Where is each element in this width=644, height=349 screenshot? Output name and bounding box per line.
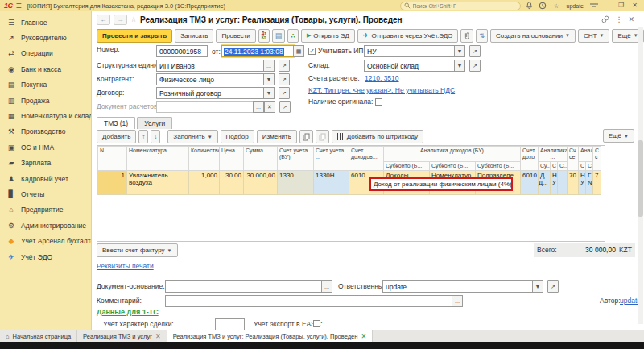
col-sub1[interactable]: Субконто (Б... xyxy=(384,162,430,171)
ipn-open-icon[interactable]: ↗ xyxy=(469,45,481,57)
maximize-button[interactable]: ❐ xyxy=(616,1,626,10)
warehouse-field[interactable]: Основной склад xyxy=(364,60,456,72)
col-income-nu[interactable]: Счет дохо xyxy=(521,147,539,171)
col-c2[interactable]: С... xyxy=(558,162,568,171)
col-anal-group[interactable]: Анал... xyxy=(579,147,593,162)
counterparty-field[interactable]: Физическое лицо xyxy=(156,73,265,85)
warehouse-dropdown-icon[interactable]: ▼ xyxy=(454,60,465,72)
sidebar-item-arsenal[interactable]: ◆Учёт Арсенал бухгалтера xyxy=(0,233,91,248)
vertical-scrollbar[interactable] xyxy=(638,27,643,324)
comment-choose-icon[interactable]: ... xyxy=(452,295,463,307)
col-analytics-bu-group[interactable]: Аналитика доходов (БУ) xyxy=(384,147,521,162)
close-tab-icon[interactable]: ✕ xyxy=(361,333,366,340)
copy-icon[interactable] xyxy=(299,130,313,143)
col-sch[interactable]: Сч се xyxy=(568,147,579,171)
close-document-icon[interactable]: ✕ xyxy=(628,15,634,23)
related-documents-icon[interactable]: ∴ xyxy=(287,29,299,43)
col-sub3[interactable]: Субконто (Б... xyxy=(476,162,521,171)
col-c1[interactable]: С xyxy=(551,162,558,171)
enter-invoice-button[interactable]: Ввести счет-фактуру▼ xyxy=(97,243,178,257)
close-window-button[interactable]: ✕ xyxy=(630,1,640,10)
struct-field[interactable]: ИП Иванов xyxy=(156,60,265,72)
attachment-icon[interactable] xyxy=(460,29,473,43)
sidebar-item-predpriyatie[interactable]: ⌂Предприятие xyxy=(0,202,91,218)
col-sum[interactable]: Сумма xyxy=(244,147,278,171)
basis-field[interactable] xyxy=(165,280,323,293)
sidebar-item-prodazha[interactable]: ▥Продажа xyxy=(0,93,91,108)
favorites-icon[interactable]: ☆ xyxy=(551,1,562,10)
table-more-button[interactable]: Ещё▼ xyxy=(603,129,634,143)
create-based-on-button[interactable]: Создать на основании▼ xyxy=(490,29,576,43)
forward-button[interactable]: → xyxy=(114,15,127,25)
fill-button[interactable]: Заполнить▼ xyxy=(167,130,217,143)
col-c4[interactable]: С xyxy=(586,162,593,171)
move-up-icon[interactable]: ↑ xyxy=(138,130,148,143)
search-input[interactable] xyxy=(413,3,510,9)
counterparty-dropdown-icon[interactable]: ▼ xyxy=(263,73,275,85)
table-row[interactable]: 1 Увлажнитель воздуха 1,000 30 00 30 000… xyxy=(98,171,601,195)
responsible-dropdown-icon[interactable]: ▼ xyxy=(532,280,543,293)
warehouse-open-icon[interactable]: ↗ xyxy=(469,60,481,72)
settlement-doc-field[interactable] xyxy=(156,101,254,113)
col-analytics-nu-group[interactable]: Аналитика ... xyxy=(539,147,568,162)
add-by-barcode-button[interactable]: Добавить по штрихкоду xyxy=(332,130,423,143)
print-details-link[interactable]: Реквизиты печати xyxy=(97,262,154,270)
counterparty-open-icon[interactable]: ↗ xyxy=(279,73,290,85)
tab-tmz[interactable]: ТМЗ (1) xyxy=(97,117,135,129)
contract-dropdown-icon[interactable]: ▼ xyxy=(263,87,275,99)
history-icon[interactable] xyxy=(538,1,548,10)
settlement-clear-icon[interactable]: ✕ xyxy=(264,101,275,113)
debit-credit-icon[interactable]: ДтКт xyxy=(258,29,270,43)
paste-icon[interactable] xyxy=(316,130,329,143)
close-tab-icon[interactable]: ✕ xyxy=(155,333,161,340)
ipn-dropdown-icon[interactable]: ▼ xyxy=(454,45,465,57)
global-search[interactable] xyxy=(400,2,521,10)
sidebar-item-glavnoe[interactable]: ☰Главное xyxy=(0,15,91,30)
settlement-open-icon[interactable]: ↗ xyxy=(279,101,291,113)
favorite-star-icon[interactable]: ☆ xyxy=(130,15,137,23)
sidebar-item-edo[interactable]: ✈Учёт ЭДО xyxy=(0,249,91,264)
col-nomenclature[interactable]: Номенклатура xyxy=(127,147,189,171)
save-button[interactable]: Записать xyxy=(175,29,213,43)
snt-button[interactable]: СНТ▼ xyxy=(578,29,609,43)
sidebar-item-zarplata[interactable]: ▰Зарплата xyxy=(0,156,91,171)
col-cs[interactable]: С с xyxy=(593,147,601,171)
get-link-icon[interactable] xyxy=(601,15,609,23)
exchange-icon[interactable]: ⇅ xyxy=(476,29,488,43)
current-user[interactable]: update xyxy=(565,3,585,9)
calendar-icon[interactable]: ▦ xyxy=(293,45,304,57)
edit-button[interactable]: Изменить xyxy=(257,130,297,143)
minimize-button[interactable]: – xyxy=(602,1,613,10)
sidebar-item-proizvodstvo[interactable]: ⚒Производство xyxy=(0,124,91,139)
scrollbar-thumb[interactable] xyxy=(638,140,643,217)
comment-field[interactable] xyxy=(165,295,453,307)
sidebar-item-bank-i-kassa[interactable]: ◉Банк и касса xyxy=(0,61,91,77)
post-button[interactable]: Провести xyxy=(216,29,255,43)
sidebar-item-operacii[interactable]: ⇄Операции xyxy=(0,46,91,61)
contract-open-icon[interactable]: ↗ xyxy=(279,87,290,99)
eaes-export-checkbox[interactable] xyxy=(313,320,320,327)
col-price[interactable]: Цена xyxy=(220,147,244,171)
add-row-button[interactable]: Добавить xyxy=(97,130,136,143)
date-field[interactable]: 24.11.2023 1:03:08 xyxy=(221,45,294,57)
col-c3[interactable]: С xyxy=(579,162,586,171)
struct-open-icon[interactable]: ↗ xyxy=(279,60,290,72)
back-button[interactable]: ← xyxy=(97,15,110,25)
highlighted-income-type-value[interactable]: Доход от реализации физическим лицам (4%… xyxy=(369,177,513,191)
col-su[interactable]: Су... xyxy=(539,162,551,171)
taskbar-list-tab[interactable]: Реализация ТМЗ и услуг ✕ xyxy=(77,330,167,342)
sidebar-item-otchety[interactable]: ▊Отчеты xyxy=(0,186,91,202)
basis-choose-icon[interactable]: ... xyxy=(321,280,332,293)
col-account-bu[interactable]: Счет учета (БУ) xyxy=(278,147,314,171)
sidebar-item-administrirovanie[interactable]: ⚙Администрирование xyxy=(0,218,91,233)
move-down-icon[interactable]: ↓ xyxy=(151,130,160,143)
open-ed-button[interactable]: ▶Открыть ЭД xyxy=(301,29,355,43)
main-menu-icon[interactable]: ☰ xyxy=(16,2,22,10)
more-menu-icon[interactable]: ⋮ xyxy=(615,15,622,23)
taskbar-home-tab[interactable]: ⌂ Начальная страница xyxy=(0,330,77,342)
price-type-link[interactable]: KZT, Тип цен: <не указан>, Не учитывать … xyxy=(308,86,455,94)
responsible-open-icon[interactable]: ↗ xyxy=(547,280,559,293)
sidebar-item-os-i-nma[interactable]: ▣ОС и НМА xyxy=(0,139,91,155)
ipn-value-field[interactable]: НУ xyxy=(364,45,456,57)
sidebar-item-nomenklatura[interactable]: ▦Номенклатура и склад xyxy=(0,108,91,123)
